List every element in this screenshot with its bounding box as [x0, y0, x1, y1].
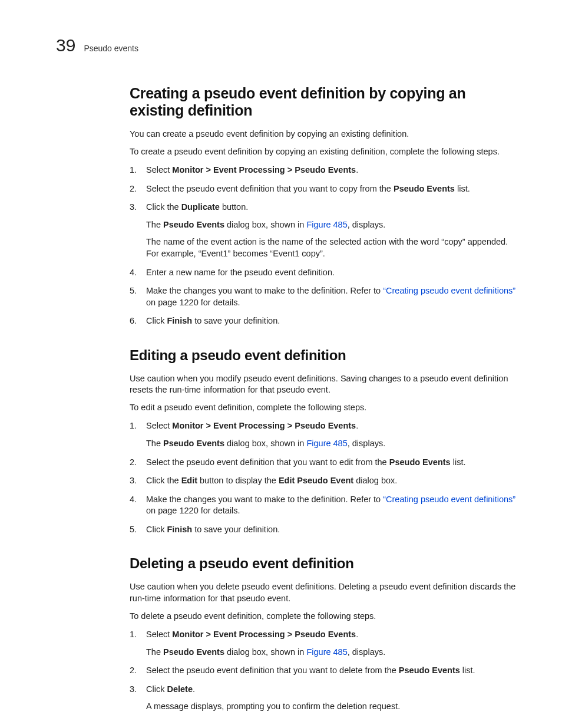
paragraph: To edit a pseudo event definition, compl…	[130, 402, 521, 414]
step-list: Select Monitor > Event Processing > Pseu…	[130, 164, 521, 327]
text: Select	[146, 421, 172, 430]
step-note: The Pseudo Events dialog box, shown in F…	[146, 219, 521, 231]
cross-ref-link[interactable]: “Creating pseudo event definitions”	[383, 495, 515, 504]
step-note: The Pseudo Events dialog box, shown in F…	[146, 438, 521, 450]
step-item: Select Monitor > Event Processing > Pseu…	[130, 629, 521, 658]
step-item: Select Monitor > Event Processing > Pseu…	[130, 420, 521, 449]
text: Select the pseudo event definition that …	[146, 666, 399, 675]
text: Click	[146, 316, 167, 325]
text: Select the pseudo event definition that …	[146, 184, 394, 193]
text: to save your definition.	[192, 316, 280, 325]
text: Click	[146, 684, 167, 694]
text: list.	[451, 457, 466, 467]
step-item: Click Finish to save your definition.	[130, 524, 521, 536]
text: .	[356, 421, 358, 430]
paragraph: You can create a pseudo event definition…	[130, 129, 521, 140]
ui-label: Delete	[167, 684, 193, 694]
step-item: Click Finish to save your definition.	[130, 315, 521, 327]
text: , displays.	[348, 220, 385, 229]
paragraph: Use caution when you delete pseudo event…	[130, 581, 521, 604]
paragraph: Use caution when you modify pseudo event…	[130, 373, 521, 396]
step-item: Select the pseudo event definition that …	[130, 457, 521, 469]
figure-link[interactable]: Figure 485	[306, 647, 347, 657]
text: Select the pseudo event definition that …	[146, 457, 389, 467]
text: The	[146, 220, 163, 229]
text: button.	[220, 202, 248, 212]
ui-label: Pseudo Events	[163, 220, 224, 229]
text: button to display the	[197, 476, 279, 485]
section-heading-editing: Editing a pseudo event definition	[130, 347, 521, 364]
step-note: The Pseudo Events dialog box, shown in F…	[146, 647, 521, 658]
text: .	[356, 630, 358, 639]
text: The	[146, 647, 163, 657]
text: Select	[146, 165, 172, 174]
ui-label: Finish	[167, 316, 192, 325]
ui-label: Edit Pseudo Event	[279, 476, 353, 485]
ui-label: Edit	[181, 476, 197, 485]
step-item: Make the changes you want to make to the…	[130, 285, 521, 308]
figure-link[interactable]: Figure 485	[306, 439, 347, 448]
text: .	[356, 165, 358, 174]
step-note: The name of the event action is the name…	[146, 236, 521, 259]
ui-label: Pseudo Events	[399, 666, 460, 675]
running-header: 39 Pseudo events	[56, 35, 521, 55]
text: list.	[460, 666, 475, 675]
ui-label: Finish	[167, 525, 192, 534]
step-item: Enter a new name for the pseudo event de…	[130, 267, 521, 279]
step-item: Click Delete. A message displays, prompt…	[130, 684, 521, 713]
ui-label: Duplicate	[181, 202, 220, 212]
paragraph: To delete a pseudo event definition, com…	[130, 611, 521, 622]
menu-path: Monitor > Event Processing > Pseudo Even…	[172, 421, 356, 430]
step-item: Select Monitor > Event Processing > Pseu…	[130, 164, 521, 176]
text: dialog box, shown in	[224, 647, 306, 657]
step-note: A message displays, prompting you to con…	[146, 701, 521, 713]
ui-label: Pseudo Events	[394, 184, 455, 193]
menu-path: Monitor > Event Processing > Pseudo Even…	[172, 630, 356, 639]
text: , displays.	[348, 439, 385, 448]
step-item: Click the Edit button to display the Edi…	[130, 475, 521, 487]
ui-label: Pseudo Events	[163, 647, 224, 657]
step-item: Make the changes you want to make to the…	[130, 494, 521, 517]
text: .	[193, 684, 195, 694]
page: 39 Pseudo events Creating a pseudo event…	[0, 0, 562, 728]
step-list: Select Monitor > Event Processing > Pseu…	[130, 629, 521, 713]
text: dialog box.	[353, 476, 397, 485]
section-heading-deleting: Deleting a pseudo event definition	[130, 555, 521, 572]
step-item: Select the pseudo event definition that …	[130, 665, 521, 677]
text: on page 1220 for details.	[146, 506, 240, 515]
chapter-number: 39	[56, 35, 75, 55]
text: Click the	[146, 202, 181, 212]
chapter-title: Pseudo events	[84, 44, 138, 53]
text: Click the	[146, 476, 181, 485]
text: on page 1220 for details.	[146, 298, 240, 307]
step-list: Select Monitor > Event Processing > Pseu…	[130, 420, 521, 535]
text: Click	[146, 525, 167, 534]
text: dialog box, shown in	[224, 439, 306, 448]
text: list.	[455, 184, 470, 193]
ui-label: Pseudo Events	[163, 439, 224, 448]
text: dialog box, shown in	[224, 220, 306, 229]
content: Creating a pseudo event definition by co…	[130, 85, 521, 713]
text: Select	[146, 630, 172, 639]
step-item: Select the pseudo event definition that …	[130, 183, 521, 195]
text: to save your definition.	[192, 525, 280, 534]
text: Make the changes you want to make to the…	[146, 286, 383, 295]
menu-path: Monitor > Event Processing > Pseudo Even…	[172, 165, 356, 174]
ui-label: Pseudo Events	[389, 457, 451, 467]
text: Make the changes you want to make to the…	[146, 495, 383, 504]
paragraph: To create a pseudo event definition by c…	[130, 146, 521, 158]
section-heading-creating: Creating a pseudo event definition by co…	[130, 85, 521, 119]
figure-link[interactable]: Figure 485	[306, 220, 347, 229]
step-item: Click the Duplicate button. The Pseudo E…	[130, 202, 521, 259]
text: The	[146, 439, 163, 448]
cross-ref-link[interactable]: “Creating pseudo event definitions”	[383, 286, 515, 295]
text: , displays.	[348, 647, 385, 657]
